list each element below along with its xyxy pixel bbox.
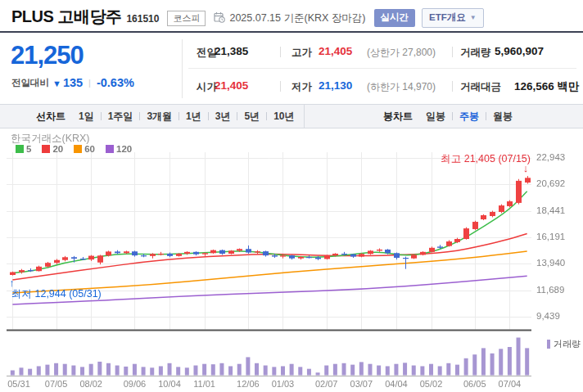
x-axis-label: 01/03 (264, 379, 301, 389)
separator (237, 112, 237, 120)
prev-close-value: 21,385 (215, 45, 248, 57)
high-annotation: 최고 21,405 (07/15) (441, 152, 531, 166)
volume-legend-label: 거래량 (554, 338, 581, 350)
period-option-10년[interactable]: 10년 (273, 110, 294, 124)
y-axis-label: 18,441 (536, 205, 565, 215)
x-axis-label: 05/31 (1, 379, 37, 389)
candle-chart-label: 봉차트 (383, 110, 413, 124)
period-option-3년[interactable]: 3년 (215, 110, 231, 124)
period-option-주봉[interactable]: 주봉 (459, 110, 479, 124)
legend-label: 60 (84, 144, 95, 154)
x-axis-label: 12/06 (230, 379, 266, 389)
line-chart-label: 선차트 (36, 110, 66, 124)
x-axis-label: 11/01 (187, 379, 223, 389)
volume-label: 거래량 (460, 46, 491, 60)
calendar-clock-icon (214, 11, 225, 26)
volume-value: 5,960,907 (495, 45, 544, 57)
high-label: 고가 (292, 46, 312, 60)
quote-section: 21,250 전일대비 ▼ 135 | -0.63% 전일 21,385 고가 … (0, 33, 583, 104)
ma-legend-item-20: 20 (42, 144, 63, 154)
separator (266, 112, 267, 120)
etf-overview-label: ETF개요 (429, 11, 466, 24)
period-option-3개월[interactable]: 3개월 (147, 110, 172, 124)
period-option-1년[interactable]: 1년 (186, 110, 201, 124)
open-value: 21,405 (215, 79, 248, 92)
separator: | (88, 78, 91, 88)
y-axis-label: 9,439 (536, 311, 560, 321)
field-divider (280, 47, 281, 57)
etf-overview-button[interactable]: ETF개요 ▼ (422, 8, 484, 28)
change-value: 135 (63, 76, 83, 89)
realtime-badge[interactable]: 실시간 (374, 9, 416, 27)
low-annotation: 최저 12,944 (05/31) (11, 287, 102, 301)
chart-period-toolbar: 선차트 1일1주일3개월1년3년5년10년 봉차트 일봉주봉월봉 (0, 104, 583, 128)
chevron-down-icon: ▼ (470, 14, 477, 21)
legend-swatch (16, 145, 24, 153)
ma-legend: 52060120 (16, 144, 132, 154)
legend-swatch (106, 145, 114, 153)
x-axis-label: 07/05 (38, 379, 75, 389)
vertical-divider (182, 39, 183, 98)
change-percent: -0.63% (97, 76, 134, 89)
low-label: 저가 (292, 80, 312, 94)
high-value: 21,405 (319, 45, 352, 57)
stock-detail-page: PLUS 고배당주 161510 코스피 2025.07.15 기준(KRX 장… (0, 0, 583, 392)
separator (486, 112, 486, 120)
x-axis-label: 08/02 (73, 379, 109, 389)
candle-chart-group: 봉차트 일봉주봉월봉 (383, 105, 519, 128)
x-axis-label: 06/05 (457, 379, 493, 389)
upper-limit: (상한가 27,800) (367, 46, 436, 60)
ma-legend-item-120: 120 (106, 144, 132, 154)
period-option-5년[interactable]: 5년 (244, 110, 260, 124)
amount-value: 126,566 백만 (514, 79, 580, 94)
ma-legend-item-5: 5 (16, 144, 31, 154)
stock-title: PLUS 고배당주 (11, 6, 121, 28)
x-axis-label: 04/04 (378, 379, 414, 389)
legend-label: 20 (52, 144, 63, 154)
legend-swatch (74, 145, 82, 153)
period-option-1주일[interactable]: 1주일 (108, 110, 133, 124)
legend-label: 5 (26, 144, 31, 154)
down-triangle-icon: ▼ (52, 79, 61, 88)
separator (101, 112, 102, 120)
stock-code: 161510 (126, 13, 159, 25)
amount-label: 거래대금 (460, 80, 501, 94)
high-arrow-icon: ↓ (523, 162, 529, 174)
field-divider (452, 81, 453, 92)
header: PLUS 고배당주 161510 코스피 2025.07.15 기준(KRX 장… (11, 3, 484, 29)
y-axis-label: 22,943 (536, 152, 565, 162)
legend-label: 120 (116, 144, 132, 154)
ma-legend-item-60: 60 (74, 144, 95, 154)
low-value: 21,130 (319, 79, 352, 92)
period-option-일봉[interactable]: 일봉 (426, 110, 445, 124)
x-axis-label: 10/04 (151, 379, 188, 389)
x-axis-label: 03/07 (343, 379, 379, 389)
x-axis-label: 09/06 (116, 379, 152, 389)
separator (139, 112, 140, 120)
y-axis-label: 11,689 (536, 285, 564, 295)
field-divider (280, 81, 281, 92)
chart-section: 한국거래소(KRX) 52060120 22,94320,69218,44116… (0, 131, 583, 392)
separator (179, 112, 179, 120)
period-option-1일[interactable]: 1일 (79, 110, 94, 124)
volume-legend: 거래량 (547, 338, 581, 350)
separator (208, 112, 209, 120)
market-badge: 코스피 (167, 11, 206, 26)
y-axis-label: 13,940 (536, 258, 565, 268)
x-axis-label: 05/02 (414, 379, 450, 389)
field-divider (452, 47, 453, 57)
x-axis-label: 02/07 (309, 379, 345, 389)
current-price: 21,250 (11, 41, 84, 70)
line-chart-group: 선차트 1일1주일3개월1년3년5년10년 (36, 105, 301, 128)
lower-limit: (하한가 14,970) (367, 80, 436, 94)
reference-date: 2025.07.15 기준(KRX 장마감) (229, 11, 365, 25)
volume-bar-icon (547, 340, 550, 349)
price-change-row: 전일대비 ▼ 135 | -0.63% (11, 76, 134, 89)
x-axis-label: 07/04 (491, 379, 527, 389)
price-volume-chart-canvas (0, 131, 583, 392)
period-option-월봉[interactable]: 월봉 (493, 110, 513, 124)
row-divider (188, 68, 576, 69)
toolbar-divider (304, 105, 305, 128)
separator (452, 112, 453, 120)
y-axis-label: 16,191 (536, 232, 565, 241)
